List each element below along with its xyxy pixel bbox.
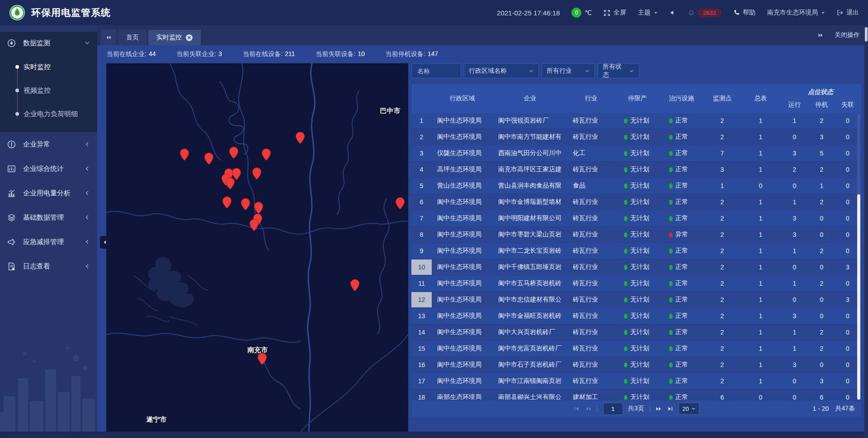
monitor-points-cell: 2 xyxy=(703,292,741,307)
stats-window-icon xyxy=(7,165,17,173)
running-count-cell: 3 xyxy=(780,211,809,226)
industry-cell: 砖瓦行业 xyxy=(567,308,615,324)
window-scrollbar-thumb[interactable] xyxy=(865,27,868,42)
tabs-scroll-right-button[interactable] xyxy=(817,33,824,38)
table-row[interactable]: 2阆中生态环境局阆中市南方节能建材有砖瓦行业无计划正常21030 xyxy=(411,129,861,145)
table-row[interactable]: 1阆中生态环境局阆中强锐页岩砖厂砖瓦行业无计划正常21120 xyxy=(411,113,861,128)
map-pin[interactable] xyxy=(254,202,263,214)
sidebar-item-data-monitoring[interactable]: 数据监测 xyxy=(0,32,97,54)
map-pin[interactable] xyxy=(350,279,359,292)
next-page-button[interactable] xyxy=(656,406,662,412)
table-row[interactable]: 3仪陇生态环境局西南油气田分公司川中化工无计划正常71350 xyxy=(411,146,861,161)
company-cell: 阆中大兴页岩机砖厂 xyxy=(493,325,567,340)
monitor-points-cell: 6 xyxy=(703,390,741,400)
table-row[interactable]: 10阆中生态环境局阆中千佛镇五郎垭页岩砖瓦行业无计划正常21003 xyxy=(411,259,861,275)
prev-page-button[interactable] xyxy=(585,406,591,412)
stat-offline-devices: 当前失联设备:10 xyxy=(316,50,364,58)
map-panel[interactable]: 巴中市南充市遂宁市 xyxy=(106,63,408,432)
tab-close-icon[interactable]: ✕ xyxy=(186,34,193,41)
org-dropdown[interactable]: 南充市生态环境局 xyxy=(767,9,825,17)
status-dot-icon xyxy=(669,216,673,221)
skyline-decoration xyxy=(0,340,97,433)
name-filter-input[interactable] xyxy=(416,67,456,75)
close-operations-button[interactable]: 关闭操作 xyxy=(835,31,860,39)
sidebar-item-emergency-reduction-management[interactable]: 应急减排管理 xyxy=(0,230,97,254)
page-size-select[interactable]: 20 xyxy=(679,403,699,414)
window-scrollbar-track[interactable] xyxy=(864,25,868,438)
map-collapse-button[interactable] xyxy=(100,236,110,249)
sidebar-item-video-monitoring[interactable]: 视频监控 xyxy=(0,79,97,102)
map-pin[interactable] xyxy=(204,152,214,165)
sidebar-item-basic-data-management[interactable]: 基础数据管理 xyxy=(0,205,97,230)
stat-label: 当前失联企业: xyxy=(176,50,216,57)
map-pin[interactable] xyxy=(250,219,259,231)
table-row[interactable]: 5营山生态环境局营山县润丰肉食品有限食品无计划正常10010 xyxy=(411,178,861,193)
map-pin[interactable] xyxy=(229,146,238,159)
table-row[interactable]: 6阆中生态环境局阆中市金博瑞新型墙材砖瓦行业无计划正常21120 xyxy=(411,194,861,210)
row-number-cell: 10 xyxy=(411,259,432,275)
sidebar-item-enterprise-abnormal[interactable]: 企业异常 xyxy=(0,132,97,156)
tab-home[interactable]: 首页 xyxy=(118,30,147,45)
map-pin[interactable] xyxy=(241,198,250,211)
sidebar-item-realtime-monitoring[interactable]: 实时监控 xyxy=(0,55,97,79)
running-count-cell: 0 xyxy=(780,178,809,193)
map-pin[interactable] xyxy=(252,167,262,180)
table-row[interactable]: 14阆中生态环境局阆中大兴页岩机砖厂砖瓦行业无计划正常21120 xyxy=(411,325,861,340)
mute-button[interactable] xyxy=(670,9,676,16)
table-scrollbar-thumb[interactable] xyxy=(857,194,860,400)
fullscreen-button[interactable]: 全屏 xyxy=(604,9,626,17)
map-pin[interactable] xyxy=(257,353,267,365)
table-row[interactable]: 7阆中生态环境局阆中明阳建材有限公司砖瓦行业无计划正常21300 xyxy=(411,211,861,226)
table-row[interactable]: 18南部生态环境局南部县砌兴土河有限公建材加工无计划正常60060 xyxy=(411,390,861,400)
status-dot-icon xyxy=(669,167,673,172)
tabs-scroll-left-button[interactable] xyxy=(101,30,116,45)
page-number-input[interactable] xyxy=(603,403,623,415)
table-row[interactable]: 9阆中生态环境局阆中市二龙长宝页岩砖砖瓦行业无计划正常21120 xyxy=(411,243,861,259)
map-pin[interactable] xyxy=(395,197,405,210)
treatment-status-cell: 正常 xyxy=(660,308,703,324)
total-meters-cell: 1 xyxy=(741,341,780,356)
table-row[interactable]: 4高坪生态环境局南充市高坪区王家店建砖瓦行业无计划正常31220 xyxy=(411,162,861,177)
industry-cell: 砖瓦行业 xyxy=(567,373,615,389)
header-actions: 2021-02-25 17:46:18 0 ℃ 全屏 主题 xyxy=(497,8,859,18)
region-filter-select[interactable]: 行政区域名称 xyxy=(464,63,539,78)
phone-icon xyxy=(733,9,740,16)
industry-filter-select[interactable]: 所有行业 xyxy=(542,63,595,78)
sidebar-item-log-view[interactable]: 日志查看 xyxy=(0,254,97,278)
logout-button[interactable]: 退出 xyxy=(837,9,859,17)
table-row[interactable]: 15阆中生态环境局阆中市光富页岩机砖厂砖瓦行业无计划正常21120 xyxy=(411,341,861,356)
map-pin[interactable] xyxy=(262,148,271,161)
map-pin[interactable] xyxy=(295,132,305,144)
table-row[interactable]: 12阆中生态环境局阆中市忠信建材有限公砖瓦行业无计划正常21003 xyxy=(411,292,861,307)
last-page-button[interactable] xyxy=(667,406,674,412)
table-row[interactable]: 8阆中生态环境局阆中市枣碧大梁山页岩砖瓦行业无计划异常21300 xyxy=(411,227,861,242)
production-status-cell: 无计划 xyxy=(615,146,660,161)
treatment-status-cell: 正常 xyxy=(660,292,703,307)
stopped-count-cell: 0 xyxy=(809,292,834,307)
name-filter-field xyxy=(411,63,461,78)
map-pin[interactable] xyxy=(225,177,235,190)
column-header: 监测点 xyxy=(703,84,741,113)
table-row[interactable]: 11阆中生态环境局阆中市五马桥页岩机砖砖瓦行业无计划正常21120 xyxy=(411,276,861,291)
table-row[interactable]: 17阆中生态环境局阆中市江南镇阆南页岩砖瓦行业无计划正常21030 xyxy=(411,373,861,389)
map-pin[interactable] xyxy=(180,148,189,161)
map-pin[interactable] xyxy=(222,196,232,209)
sidebar-item-enterprise-power-load-detail[interactable]: 企业电力负荷明细 xyxy=(0,102,97,126)
app-root: 环保用电监管系统 2021-02-25 17:46:18 0 ℃ 全屏 主题 xyxy=(0,0,868,438)
production-status-cell: 无计划 xyxy=(615,357,660,372)
running-count-cell: 3 xyxy=(780,308,809,324)
theme-dropdown[interactable]: 主题 xyxy=(638,9,658,17)
table-row[interactable]: 13阆中生态环境局阆中市金福旺页岩机砖砖瓦行业无计划正常21300 xyxy=(411,308,861,324)
sidebar-item-enterprise-power-usage-analysis[interactable]: 企业用电量分析 xyxy=(0,181,97,205)
status-dot-icon xyxy=(624,167,627,172)
table-row[interactable]: 16阆中生态环境局阆中市石子页岩机砖厂砖瓦行业无计划正常21300 xyxy=(411,357,861,372)
first-page-button[interactable] xyxy=(573,406,580,412)
help-button[interactable]: 帮助 xyxy=(733,9,755,17)
tab-realtime-monitoring[interactable]: 实时监控✕ xyxy=(148,30,201,45)
notifications-button[interactable]: 2632 xyxy=(688,9,722,17)
stat-label: 当前失联设备: xyxy=(316,50,355,57)
status-dot-icon xyxy=(624,314,627,319)
map-city-label: 遂宁市 xyxy=(146,415,166,424)
status-filter-select[interactable]: 所有状态 xyxy=(598,63,639,78)
sidebar-item-enterprise-comprehensive-stats[interactable]: 企业综合统计 xyxy=(0,156,97,181)
